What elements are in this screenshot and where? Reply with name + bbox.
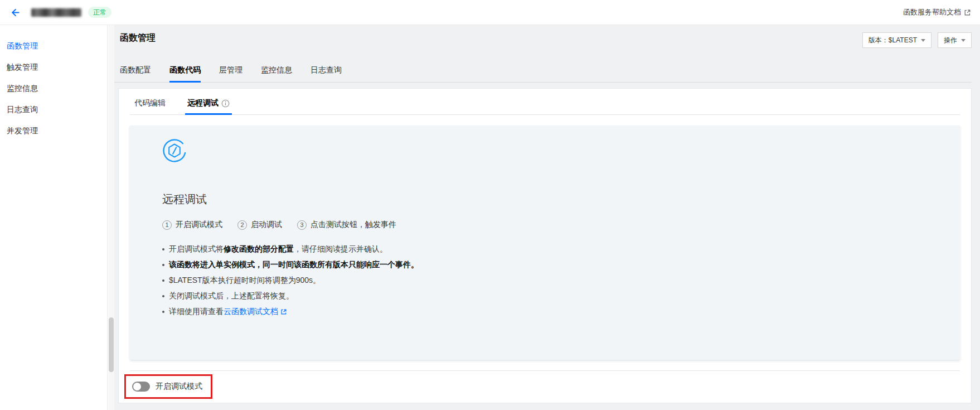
function-code-card: 代码编辑 远程调试 远程调试 1 (118, 88, 972, 403)
scrollbar-track (108, 25, 114, 410)
debug-steps: 1 开启调试模式 2 启动调试 3 点击测试按钮，触发事件 (162, 220, 960, 230)
step-3: 3 点击测试按钮，触发事件 (297, 220, 396, 230)
tab-log-query[interactable]: 日志查询 (311, 65, 342, 82)
step-1-label: 开启调试模式 (176, 220, 222, 230)
back-button[interactable] (8, 6, 21, 19)
subtab-bar: 代码编辑 远程调试 (130, 89, 960, 115)
bullet-dot (162, 248, 164, 250)
version-select-label: 版本：$LATEST (869, 36, 917, 45)
main-content: 函数管理 版本：$LATEST 操作 函数配置 函数代码 层管理 监控信息 日志… (114, 25, 980, 410)
debug-notes: 开启调试模式将修改函数的部分配置，请仔细阅读提示并确认。 该函数将进入单实例模式… (162, 245, 960, 316)
subtab-code-editor-label: 代码编辑 (134, 98, 166, 108)
note-text: 该函数将进入单实例模式，同一时间该函数所有版本只能响应一个事件。 (169, 261, 419, 269)
bullet-dot (162, 295, 164, 297)
bullet-dot (162, 279, 164, 282)
step-2-label: 启动调试 (251, 220, 282, 230)
annotation-highlight-box: 开启调试模式 (124, 374, 212, 399)
version-select-button[interactable]: 版本：$LATEST (862, 32, 932, 48)
step-2: 2 启动调试 (237, 220, 282, 230)
tab-bar: 函数配置 函数代码 层管理 监控信息 日志查询 (114, 59, 972, 83)
note-text: $LATEST版本执行超时时间将调整为900s。 (169, 276, 321, 284)
note-timeout: $LATEST版本执行超时时间将调整为900s。 (162, 276, 960, 284)
note-text: 关闭调试模式后，上述配置将恢复。 (169, 292, 294, 300)
step-3-number-icon: 3 (297, 220, 307, 230)
info-icon[interactable] (221, 99, 230, 108)
status-badge: 正常 (88, 7, 111, 18)
note-restore: 关闭调试模式后，上述配置将恢复。 (162, 292, 960, 300)
function-name-blurred (31, 8, 81, 17)
bullet-dot (162, 311, 164, 313)
bullet-dot (162, 264, 164, 266)
sidebar-item-trigger-management[interactable]: 触发管理 (0, 56, 107, 78)
toggle-knob (133, 383, 141, 390)
chevron-down-icon (961, 39, 966, 42)
subtab-remote-debug[interactable]: 远程调试 (187, 98, 230, 114)
page-title: 函数管理 (120, 32, 156, 44)
chevron-down-icon (921, 39, 925, 42)
help-doc-link[interactable]: 函数服务帮助文档 (903, 7, 971, 17)
sidebar-item-concurrency[interactable]: 并发管理 (0, 120, 107, 141)
note-text: 开启调试模式将修改函数的部分配置，请仔细阅读提示并确认。 (169, 245, 387, 253)
actions-dropdown-label: 操作 (944, 36, 957, 45)
sidebar: 函数管理 触发管理 监控信息 日志查询 并发管理 (0, 25, 108, 410)
step-1-number-icon: 1 (162, 220, 172, 230)
help-doc-label: 函数服务帮助文档 (903, 7, 961, 17)
divider (130, 370, 960, 371)
scrollbar-thumb[interactable] (109, 317, 114, 372)
debug-doc-link[interactable]: 云函数调试文档 (224, 307, 287, 316)
sidebar-item-log-query[interactable]: 日志查询 (0, 99, 107, 120)
topbar: 正常 函数服务帮助文档 (0, 0, 980, 25)
tab-layer-management[interactable]: 层管理 (219, 65, 242, 82)
subtab-remote-debug-label: 远程调试 (187, 98, 219, 108)
note-single-instance: 该函数将进入单实例模式，同一时间该函数所有版本只能响应一个事件。 (162, 261, 960, 269)
tab-function-code[interactable]: 函数代码 (169, 65, 201, 82)
remote-debug-panel: 远程调试 1 开启调试模式 2 启动调试 3 点击测试按钮，触发事件 (130, 126, 960, 360)
note-doc: 详细使用请查看云函数调试文档 (162, 307, 960, 316)
step-2-number-icon: 2 (237, 220, 247, 230)
remote-debug-icon (162, 138, 187, 163)
external-link-icon (964, 9, 971, 16)
subtab-code-editor[interactable]: 代码编辑 (134, 98, 166, 114)
step-1: 1 开启调试模式 (162, 220, 222, 230)
panel-heading: 远程调试 (162, 192, 960, 207)
sidebar-item-monitoring[interactable]: 监控信息 (0, 78, 107, 99)
sidebar-item-function-management[interactable]: 函数管理 (0, 35, 107, 56)
debug-mode-toggle[interactable] (132, 382, 150, 392)
header-actions: 版本：$LATEST 操作 (862, 32, 972, 48)
debug-mode-toggle-label: 开启调试模式 (156, 382, 202, 392)
tab-function-config[interactable]: 函数配置 (120, 65, 151, 82)
note-modify-config: 开启调试模式将修改函数的部分配置，请仔细阅读提示并确认。 (162, 245, 960, 253)
note-text: 详细使用请查看云函数调试文档 (169, 307, 287, 316)
step-3-label: 点击测试按钮，触发事件 (311, 220, 396, 230)
external-link-icon (280, 308, 287, 315)
arrow-left-icon (9, 7, 20, 18)
actions-dropdown-button[interactable]: 操作 (938, 32, 972, 48)
tab-monitoring[interactable]: 监控信息 (261, 65, 292, 82)
